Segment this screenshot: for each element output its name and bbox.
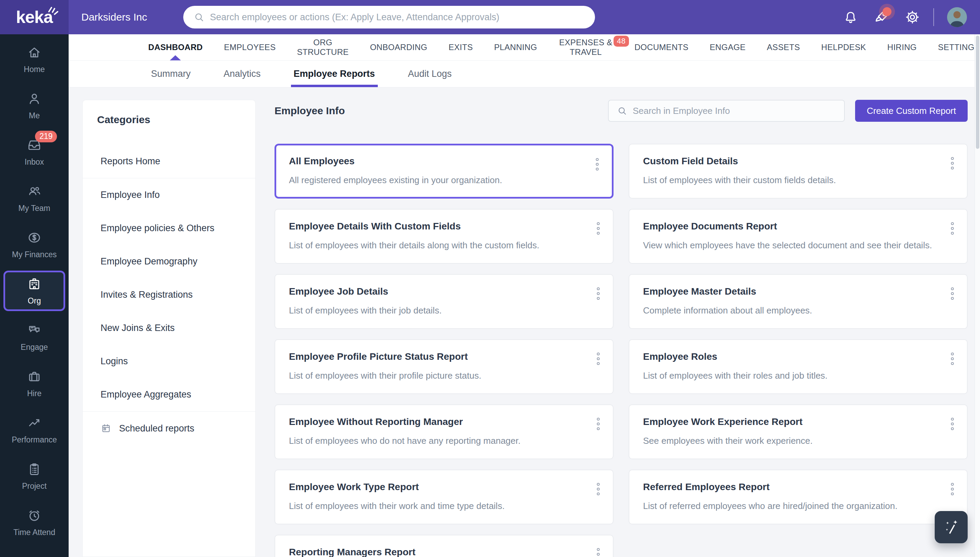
report-card-description: List of referred employees who are hired… [643,501,953,511]
sidebar-item-hire[interactable]: Hire [0,360,68,407]
card-menu-button[interactable] [948,285,957,303]
nav-helpdesk[interactable]: HELPDESK [821,34,866,60]
nav-planning[interactable]: PLANNING [494,34,537,60]
team-icon [27,184,42,199]
report-card-employee-roles[interactable]: Employee Roles List of employees with th… [629,339,968,394]
sidebar-item-my-finances[interactable]: My Finances [0,221,68,268]
report-card-employee-work-experience-report[interactable]: Employee Work Experience Report See empl… [629,404,968,459]
report-search-input[interactable] [633,106,836,116]
card-menu-button[interactable] [948,220,957,238]
report-card-employee-details-with-custom-fields[interactable]: Employee Details With Custom Fields List… [274,209,613,264]
sidebar-item-label: Engage [21,343,48,352]
card-menu-button[interactable] [594,415,603,433]
tab-employee-reports[interactable]: Employee Reports [294,61,375,87]
reports-header: Employee Info Create Custom Report [274,100,968,122]
nav-dashboard[interactable]: DASHBOARD [148,34,203,60]
report-card-description: List of employees with their work and ti… [289,501,599,511]
sidebar-item-performance[interactable]: Performance [0,407,68,453]
nav-documents[interactable]: DOCUMENTS [634,34,688,60]
sidebar-item-org[interactable]: Org [3,270,65,311]
report-card-referred-employees-report[interactable]: Referred Employees Report List of referr… [629,469,968,524]
report-card-employee-master-details[interactable]: Employee Master Details Complete informa… [629,274,968,329]
report-card-description: List of employees who do not have any re… [289,436,599,446]
sidebar-item-my-team[interactable]: My Team [0,175,68,221]
engage-icon [27,323,42,338]
sidebar-item-engage[interactable]: Engage [0,314,68,360]
report-card-employee-work-type-report[interactable]: Employee Work Type Report List of employ… [274,469,613,524]
report-search[interactable] [608,100,845,122]
scheduled-reports[interactable]: Scheduled reports [83,412,255,445]
company-name: Darksiders Inc [82,11,147,23]
nav-exits[interactable]: EXITS [448,34,473,60]
card-menu-button[interactable] [948,155,957,173]
nav-expenses-travel[interactable]: EXPENSES & TRAVEL 48 [558,34,613,60]
avatar[interactable] [947,7,967,27]
scrollbar-thumb[interactable] [976,36,979,149]
home-icon [27,45,42,60]
nav-employees[interactable]: EMPLOYEES [224,34,276,60]
sidebar-item-me[interactable]: Me [0,83,68,129]
report-card-employee-documents-report[interactable]: Employee Documents Report View which emp… [629,209,968,264]
keka-logo[interactable]: keka [0,0,68,34]
whats-new-button[interactable] [866,5,897,29]
card-menu-button[interactable] [594,480,603,499]
report-card-all-employees[interactable]: All Employees All registered employees e… [274,144,613,199]
card-menu-button[interactable] [948,350,957,368]
global-search-input[interactable] [210,12,585,23]
card-menu-button[interactable] [948,415,957,433]
report-card-employee-profile-picture-status-report[interactable]: Employee Profile Picture Status Report L… [274,339,613,394]
bell-icon [843,10,858,25]
sidebar-item-label: Me [29,111,40,121]
nav-org-structure[interactable]: ORG STRUCTURE [297,34,349,60]
category-employee-info[interactable]: Employee Info [83,178,255,212]
scrollbar[interactable] [975,34,980,557]
kebab-icon [596,548,600,557]
dashboard-subtabs: Summary Analytics Employee Reports Audit… [68,61,980,88]
tab-analytics[interactable]: Analytics [224,61,261,87]
category-new-joins-exits[interactable]: New Joins & Exits [83,311,255,345]
card-menu-button[interactable] [594,546,603,557]
top-header: keka Darksiders Inc [0,0,980,34]
card-menu-button[interactable] [594,350,603,368]
card-menu-button[interactable] [593,156,602,174]
report-card-title: Employee Work Type Report [289,482,599,492]
sidebar-item-project[interactable]: Project [0,453,68,499]
category-invites-registrations[interactable]: Invites & Registrations [83,278,255,311]
card-menu-button[interactable] [948,480,957,499]
report-card-title: Employee Work Experience Report [643,416,953,427]
sidebar-item-home[interactable]: Home [0,36,68,83]
report-card-custom-field-details[interactable]: Custom Field Details List of employees w… [629,144,968,199]
sidebar-item-time-attend[interactable]: Time Attend [0,499,68,546]
report-card-employee-without-reporting-manager[interactable]: Employee Without Reporting Manager List … [274,404,613,459]
tab-summary[interactable]: Summary [151,61,191,87]
sidebar-item-label: My Finances [12,250,57,259]
kebab-icon [950,287,955,300]
nav-settings[interactable]: SETTINGS [938,34,980,60]
tab-audit-logs[interactable]: Audit Logs [408,61,452,87]
notifications-button[interactable] [835,5,866,29]
ai-assistant-button[interactable] [935,511,968,543]
category-reports-home[interactable]: Reports Home [83,145,255,178]
category-employee-aggregates[interactable]: Employee Aggregates [83,378,255,412]
report-card-employee-job-details[interactable]: Employee Job Details List of employees w… [274,274,613,329]
category-employee-demography[interactable]: Employee Demography [83,245,255,278]
nav-item-label: HIRING [887,42,917,52]
category-employee-policies-others[interactable]: Employee policies & Others [83,212,255,245]
category-logins[interactable]: Logins [83,345,255,378]
card-menu-button[interactable] [594,220,603,238]
create-custom-report-button[interactable]: Create Custom Report [855,100,968,122]
nav-hiring[interactable]: HIRING [887,34,917,60]
sidebar-item-inbox[interactable]: 219 Inbox [0,129,68,175]
nav-onboarding[interactable]: ONBOARDING [370,34,427,60]
nav-engage[interactable]: ENGAGE [709,34,746,60]
nav-item-label: ENGAGE [709,42,746,52]
report-card-reporting-managers-report[interactable]: Reporting Managers Report [274,535,613,557]
category-label: Employee Aggregates [101,389,191,399]
time-icon [27,508,42,523]
global-search[interactable] [183,6,595,28]
header-actions [835,5,980,29]
card-menu-button[interactable] [594,285,603,303]
sidebar: Home Me 219 Inbox [0,34,68,557]
settings-button[interactable] [897,5,928,29]
nav-assets[interactable]: ASSETS [767,34,800,60]
